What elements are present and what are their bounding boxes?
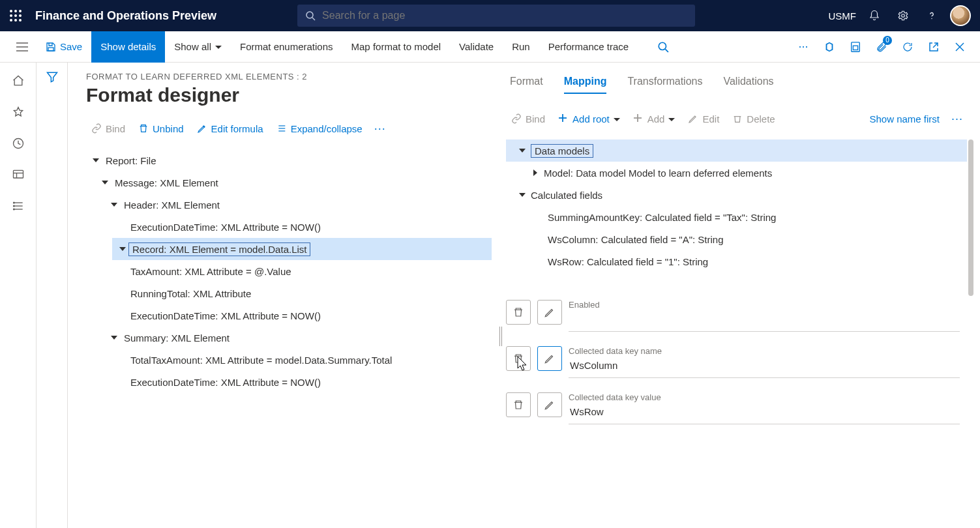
filter-column [37,63,68,528]
prop-edit-icon[interactable] [537,300,562,325]
map-format-button[interactable]: Map format to model [342,31,451,63]
tab-validations[interactable]: Validations [723,72,773,94]
tree-node[interactable]: Message: XML Element [95,171,492,194]
mapping-more-icon[interactable]: ··· [947,110,967,128]
popout-icon[interactable] [921,34,946,60]
property-row: Collected data key value WsRow [506,392,967,424]
company-picker[interactable]: USMF [825,10,861,22]
tree-node[interactable]: ExecutionDateTime: XML Attribute = NOW() [123,216,492,238]
tree-node[interactable]: Model: Data model Model to learn deferre… [506,162,967,184]
tree-node[interactable]: TotalTaxAmount: XML Attribute = model.Da… [123,349,492,371]
collapse-icon[interactable] [108,332,120,344]
pane-splitter[interactable] [498,63,506,528]
notifications-icon[interactable] [860,0,889,31]
svg-line-10 [312,18,315,20]
show-name-first-button[interactable]: Show name first [864,111,945,127]
collapse-icon[interactable] [90,154,102,166]
help-icon[interactable] [917,0,946,31]
save-button[interactable]: Save [37,31,91,63]
svg-point-3 [10,14,12,17]
tab-mapping[interactable]: Mapping [564,72,607,94]
validate-button[interactable]: Validate [450,31,503,63]
tree-node[interactable]: TaxAmount: XML Attribute = @.Value [123,260,492,282]
chevron-down-icon [614,113,620,125]
tree-node[interactable]: ExecutionDateTime: XML Attribute = NOW() [123,371,492,393]
tab-strip: Format Mapping Transformations Validatio… [506,72,967,94]
prop-edit-icon[interactable] [537,392,562,417]
collapse-icon[interactable] [108,199,120,211]
add-root-button[interactable]: Add root [553,111,625,127]
close-icon[interactable] [947,34,972,60]
tree-node[interactable]: Report: File [86,149,492,171]
prop-value[interactable]: WsRow [569,403,960,424]
prop-delete-icon[interactable] [506,392,531,417]
prop-edit-icon[interactable] [537,346,562,371]
attachments-badge: 0 [883,36,892,45]
attachments-icon[interactable]: 0 [869,34,894,60]
show-details-button[interactable]: Show details [91,31,165,63]
collapse-icon[interactable] [99,177,111,188]
edit-formula-button[interactable]: Edit formula [192,121,269,137]
prop-delete-icon[interactable] [506,300,531,325]
expand-collapse-button[interactable]: Expand/collapse [271,121,368,137]
bind-button[interactable]: Bind [86,121,130,137]
scrollbar[interactable] [968,139,973,296]
tree-node[interactable]: Calculated fields [506,184,967,206]
format-enumerations-button[interactable]: Format enumerations [231,31,342,63]
prop-value[interactable] [569,311,960,332]
collapse-icon[interactable] [516,145,528,156]
tree-node[interactable]: SummingAmountKey: Calculated field = "Ta… [506,206,967,228]
overflow-menu-icon[interactable]: ··· [791,34,816,60]
command-search-icon[interactable] [651,34,676,60]
filter-icon[interactable] [46,70,59,528]
expand-icon[interactable] [529,167,541,179]
tree-node-selected[interactable]: Data models [506,139,967,162]
save-icon [46,42,56,52]
svg-rect-16 [48,48,53,51]
refresh-icon[interactable] [895,34,920,60]
tree-node[interactable]: WsRow: Calculated field = "1": String [506,250,967,272]
rail-modules-icon[interactable] [4,192,33,220]
tree-node[interactable]: Header: XML Element [104,194,492,216]
breadcrumb: FORMAT TO LEARN DEFERRED XML ELEMENTS : … [86,72,492,81]
rail-home-icon[interactable] [4,66,33,95]
tree-node[interactable]: RunningTotal: XML Attribute [123,282,492,304]
bind-button[interactable]: Bind [506,111,550,127]
prop-label: Collected data key name [569,346,967,356]
tab-transformations[interactable]: Transformations [627,72,702,94]
prop-value[interactable]: WsColumn [569,357,960,378]
tab-format[interactable]: Format [510,72,543,94]
prop-label: Collected data key value [569,392,967,402]
tree-node[interactable]: ExecutionDateTime: XML Attribute = NOW() [123,304,492,327]
nav-toggle-icon[interactable] [8,31,37,63]
collapse-icon[interactable] [516,189,528,201]
user-avatar[interactable] [950,5,971,26]
navigation-rail [0,63,37,528]
link-icon [511,113,522,124]
show-all-button[interactable]: Show all [165,31,231,63]
chevron-down-icon [215,41,222,52]
format-pane: FORMAT TO LEARN DEFERRED XML ELEMENTS : … [68,63,498,528]
svg-line-18 [665,49,668,52]
office-addin-icon[interactable] [817,34,842,60]
link-icon [91,123,102,134]
tree-node[interactable]: WsColumn: Calculated field = "A": String [506,228,967,250]
add-button[interactable]: Add [628,111,681,127]
rail-workspaces-icon[interactable] [4,160,33,189]
open-ms-office-icon[interactable] [843,34,868,60]
global-search[interactable] [297,5,695,27]
edit-button[interactable]: Edit [683,111,724,127]
format-more-icon[interactable]: ··· [370,119,390,138]
performance-trace-button[interactable]: Performance trace [539,31,638,63]
app-launcher-icon[interactable] [0,0,31,31]
tree-node[interactable]: Summary: XML Element [104,327,492,349]
search-input[interactable] [322,10,687,22]
collapse-icon[interactable] [117,243,128,255]
settings-icon[interactable] [889,0,917,31]
tree-node-selected[interactable]: Record: XML Element = model.Data.List [112,238,492,260]
rail-recent-icon[interactable] [4,129,33,158]
delete-button[interactable]: Delete [727,111,780,127]
run-button[interactable]: Run [503,31,539,63]
rail-favorites-icon[interactable] [4,98,33,126]
unbind-button[interactable]: Unbind [133,121,189,137]
